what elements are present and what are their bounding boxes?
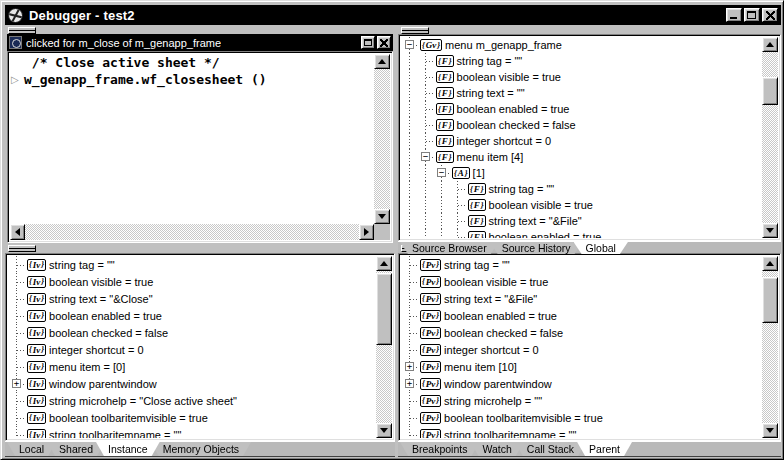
pane-maximize-button[interactable] xyxy=(361,36,375,49)
scroll-up-button[interactable] xyxy=(376,256,392,271)
tree-row[interactable]: Pvstring tag = "" xyxy=(401,256,762,273)
scrollbar-thumb[interactable] xyxy=(762,77,778,105)
close-button[interactable] xyxy=(762,8,778,22)
tree-row[interactable]: +Pvwindow parentwindow xyxy=(401,375,762,392)
global-pane-grab-handle[interactable] xyxy=(401,27,429,34)
tree-row[interactable]: Ivstring microhelp = "Close active sheet… xyxy=(8,392,376,409)
instance-vertical-scrollbar[interactable] xyxy=(376,256,392,438)
tree-row[interactable]: Fboolean enabled = true xyxy=(401,229,762,238)
pane-close-button[interactable] xyxy=(377,36,391,49)
tree-row[interactable]: Pvboolean toolbaritemvisible = true xyxy=(401,409,762,426)
tree-row[interactable]: Ivboolean checked = false xyxy=(8,324,376,341)
arrow-down-icon xyxy=(380,428,388,433)
global-variables-tree[interactable]: −Gvmenu m_genapp_frameFstring tag = ""Fb… xyxy=(401,37,762,238)
tab-parent[interactable]: Parent xyxy=(577,442,632,456)
global-variables-pane: −Gvmenu m_genapp_frameFstring tag = ""Fb… xyxy=(398,27,781,255)
code-editor[interactable]: /* Close active sheet */▷w_genapp_frame.… xyxy=(10,54,374,224)
tab-breakpoints[interactable]: Breakpoints xyxy=(400,442,479,456)
tree-row[interactable]: Ivinteger shortcut = 0 xyxy=(8,341,376,358)
tree-row[interactable]: Ivmenu item = [0] xyxy=(8,358,376,375)
tree-row[interactable]: Ivboolean toolbaritemvisible = true xyxy=(8,409,376,426)
tree-row[interactable]: Pvboolean checked = false xyxy=(401,324,762,341)
tab-memory-objects[interactable]: Memory Objects xyxy=(151,442,251,456)
parent-vertical-scrollbar[interactable] xyxy=(762,256,778,438)
tree-row[interactable]: Fstring text = "&File" xyxy=(401,213,762,229)
tree-item-label: string tag = "" xyxy=(444,259,510,271)
tab-global[interactable]: Global xyxy=(574,242,628,254)
tree-row[interactable]: Fboolean visible = true xyxy=(401,69,762,85)
tree-row[interactable]: Fstring tag = "" xyxy=(401,53,762,69)
tree-row[interactable]: Fboolean enabled = true xyxy=(401,101,762,117)
tab-source-history[interactable]: Source History xyxy=(490,242,583,254)
tree-row[interactable]: Fboolean checked = false xyxy=(401,117,762,133)
scroll-down-button[interactable] xyxy=(762,423,778,438)
instance-pane-grab-handle[interactable] xyxy=(8,245,36,252)
tree-row[interactable]: Ivstring tag = "" xyxy=(8,256,376,273)
tab-shared[interactable]: Shared xyxy=(47,442,105,456)
tab-watch[interactable]: Watch xyxy=(470,442,523,456)
expand-plus-icon[interactable]: + xyxy=(405,362,414,371)
tree-row[interactable]: −A[1] xyxy=(401,165,762,181)
parent-variable-icon: Pv xyxy=(420,429,441,439)
field-icon: F xyxy=(436,55,454,67)
tree-row[interactable]: Pvstring text = "&File" xyxy=(401,290,762,307)
tab-call-stack[interactable]: Call Stack xyxy=(515,442,586,456)
instance-variable-icon: Iv xyxy=(27,395,46,407)
tree-row[interactable]: +Pvmenu item [10] xyxy=(401,358,762,375)
tree-row[interactable]: Fboolean visible = true xyxy=(401,197,762,213)
expand-plus-icon[interactable]: + xyxy=(12,379,21,388)
tree-guide-line xyxy=(435,229,451,238)
tree-item-label: boolean checked = false xyxy=(457,119,576,131)
scroll-up-button[interactable] xyxy=(762,256,778,271)
tree-row[interactable]: −Gvmenu m_genapp_frame xyxy=(401,37,762,53)
scroll-left-button[interactable] xyxy=(10,224,25,240)
tree-row[interactable]: Pvboolean enabled = true xyxy=(401,307,762,324)
scroll-up-button[interactable] xyxy=(374,54,390,69)
collapse-minus-icon[interactable]: − xyxy=(437,168,446,177)
scroll-right-button[interactable] xyxy=(359,224,374,240)
tree-row[interactable]: Ivstring text = "&Close" xyxy=(8,290,376,307)
arrow-up-icon xyxy=(766,42,774,47)
maximize-button[interactable] xyxy=(744,8,760,22)
scroll-down-button[interactable] xyxy=(374,209,390,224)
debugger-globe-icon[interactable] xyxy=(8,8,23,23)
tab-source-browser[interactable]: Source Browser xyxy=(400,242,499,254)
tree-row[interactable]: Finteger shortcut = 0 xyxy=(401,133,762,149)
tree-row[interactable]: Ivboolean visible = true xyxy=(8,273,376,290)
tree-row[interactable]: +Ivwindow parentwindow xyxy=(8,375,376,392)
tree-row[interactable]: Pvstring toolbaritemname = "" xyxy=(401,426,762,438)
tab-instance[interactable]: Instance xyxy=(96,442,160,456)
minimize-button[interactable] xyxy=(726,8,742,22)
scrollbar-thumb[interactable] xyxy=(762,277,778,323)
scroll-up-button[interactable] xyxy=(762,37,778,52)
tree-row[interactable]: Ivstring toolbaritemname = "" xyxy=(8,426,376,438)
tree-row[interactable]: Fstring text = "" xyxy=(401,85,762,101)
scroll-down-button[interactable] xyxy=(376,423,392,438)
field-icon: F xyxy=(468,199,486,211)
tree-item-label: boolean checked = false xyxy=(444,327,563,339)
tree-row[interactable]: Pvboolean visible = true xyxy=(401,273,762,290)
parent-variable-icon: Pv xyxy=(420,395,441,407)
tree-row[interactable]: Ivboolean enabled = true xyxy=(8,307,376,324)
scrollbar-thumb[interactable] xyxy=(376,273,392,345)
minimize-icon xyxy=(730,17,737,19)
collapse-minus-icon[interactable]: − xyxy=(421,152,430,161)
source-horizontal-scrollbar[interactable] xyxy=(10,224,374,240)
tree-row[interactable]: Pvinteger shortcut = 0 xyxy=(401,341,762,358)
scroll-down-button[interactable] xyxy=(762,223,778,238)
source-pane-title: clicked for m_close of m_genapp_frame xyxy=(26,37,221,49)
tree-row[interactable]: Fstring tag = "" xyxy=(401,181,762,197)
global-vertical-scrollbar[interactable] xyxy=(762,37,778,238)
collapse-minus-icon[interactable]: − xyxy=(405,40,414,49)
instance-variables-tree[interactable]: Ivstring tag = ""Ivboolean visible = tru… xyxy=(8,256,376,438)
current-line-marker-icon[interactable]: ▷ xyxy=(10,74,24,85)
parent-variables-tree[interactable]: Pvstring tag = ""Pvboolean visible = tru… xyxy=(401,256,762,438)
tree-connector xyxy=(10,307,26,324)
tree-row[interactable]: −Fmenu item [4] xyxy=(401,149,762,165)
source-vertical-scrollbar[interactable] xyxy=(374,54,390,224)
tree-row[interactable]: Pvstring microhelp = "" xyxy=(401,392,762,409)
source-pane-grab-handle[interactable] xyxy=(8,27,36,34)
tree-item-label: boolean visible = true xyxy=(489,199,593,211)
expand-plus-icon[interactable]: + xyxy=(405,379,414,388)
tree-item-label: menu item = [0] xyxy=(49,361,125,373)
